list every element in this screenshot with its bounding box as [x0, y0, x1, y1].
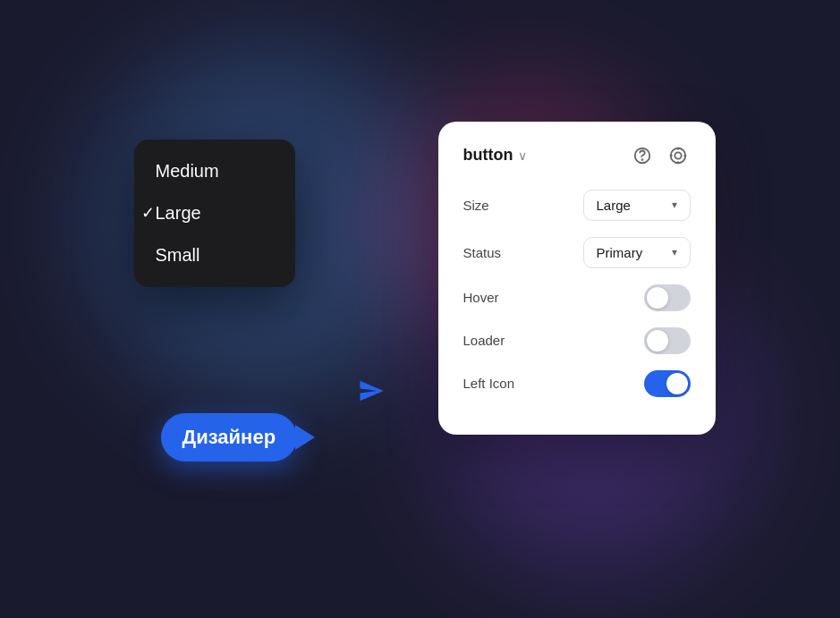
designer-tooltip: Дизайнер [161, 413, 298, 461]
panel-row-loader: Loader [463, 327, 691, 354]
scene: Medium ✓ Large Small button ∨ [107, 68, 734, 551]
size-select-value: Large [597, 198, 631, 213]
panel-title-chevron-icon[interactable]: ∨ [518, 148, 527, 163]
hover-label: Hover [463, 290, 499, 305]
dropdown-item-small-label: Small [156, 245, 200, 266]
dropdown-item-medium[interactable]: Medium [134, 150, 295, 192]
size-label: Size [463, 198, 489, 213]
hover-toggle[interactable] [644, 284, 691, 311]
panel-title-area: button ∨ [463, 146, 528, 165]
panel-icon-question[interactable] [630, 143, 655, 168]
status-select[interactable]: Primary ▾ [583, 237, 691, 268]
dropdown-menu: Medium ✓ Large Small [134, 140, 295, 287]
loader-label: Loader [463, 333, 505, 348]
panel-title: button [463, 146, 513, 165]
properties-panel: button ∨ [438, 122, 716, 435]
loader-toggle-knob [647, 330, 668, 351]
svg-point-3 [675, 152, 681, 158]
designer-tooltip-text: Дизайнер [182, 426, 276, 449]
left-icon-toggle-knob [666, 373, 688, 394]
svg-point-0 [641, 159, 642, 160]
left-icon-label: Left Icon [463, 376, 515, 391]
dropdown-item-large-label: Large [156, 203, 201, 224]
panel-row-left-icon: Left Icon [463, 370, 691, 397]
loader-toggle[interactable] [644, 327, 691, 354]
panel-header: button ∨ [463, 143, 691, 168]
panel-row-hover: Hover [463, 284, 691, 311]
hover-toggle-knob [647, 287, 668, 309]
dropdown-item-medium-label: Medium [156, 161, 219, 182]
left-icon-toggle[interactable] [644, 370, 691, 397]
panel-row-size: Size Large ▾ [463, 190, 691, 221]
tooltip-arrow-icon [295, 425, 315, 450]
panel-row-status: Status Primary ▾ [463, 237, 691, 268]
dropdown-item-small[interactable]: Small [134, 234, 295, 276]
checkmark-icon: ✓ [141, 203, 155, 223]
status-select-chevron-icon: ▾ [672, 246, 677, 258]
svg-point-2 [670, 148, 685, 163]
size-select-chevron-icon: ▾ [672, 199, 677, 211]
status-select-value: Primary [597, 245, 643, 260]
connect-arrow [358, 377, 385, 408]
status-label: Status [463, 245, 502, 260]
panel-icon-target[interactable] [666, 143, 691, 168]
size-select[interactable]: Large ▾ [583, 190, 691, 221]
panel-icons [630, 143, 691, 168]
dropdown-item-large[interactable]: ✓ Large [134, 192, 295, 234]
